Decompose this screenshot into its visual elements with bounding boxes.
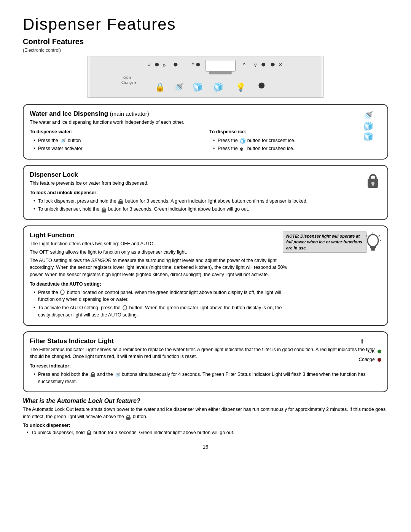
ok-label: OK (359, 348, 381, 356)
control-features-title: Control Features (23, 37, 388, 46)
svg-text:^: ^ (243, 62, 245, 68)
water-col-label: To dispense water: (30, 128, 202, 136)
unlock-dispenser-label: To unlock dispenser: (23, 423, 388, 428)
svg-text:🚿: 🚿 (115, 372, 120, 377)
svg-point-21 (258, 83, 264, 89)
svg-text:💡: 💡 (236, 82, 246, 92)
light-function-note: NOTE: Dispenser light will operate at fu… (283, 232, 366, 253)
filter-status-box: ⬆ OK Change Filter Status Indicator Ligh… (23, 331, 388, 393)
lock-bullet-1: To lock dispenser, press and hold the bu… (33, 198, 381, 205)
control-panel-image: ^ ^ v ✕ ✓ ⚙ OK ● Change ● 🔒 🚿 🧊 🧊 💡 (23, 56, 388, 98)
light-intro3: The AUTO setting allows the SENSOR to me… (30, 257, 290, 278)
svg-rect-12 (206, 60, 236, 71)
svg-point-3 (196, 63, 200, 67)
svg-text:🚿: 🚿 (363, 110, 374, 121)
dispenser-lock-bullets: To lock dispenser, press and hold the bu… (30, 198, 381, 213)
svg-point-2 (174, 63, 178, 67)
filter-water-icon: 🚿 (114, 371, 120, 377)
filter-status-body: The Filter Status Indicator Light serves… (30, 346, 381, 385)
water-ice-title: Water and Ice Dispensing (main activator… (30, 110, 381, 118)
svg-rect-37 (370, 246, 376, 248)
svg-text:🧊: 🧊 (193, 82, 203, 92)
water-ice-intro: The water and ice dispensing functions w… (30, 119, 381, 126)
light-function-box: Light Function NOTE: Dispenser light wil… (23, 225, 388, 326)
svg-line-42 (379, 235, 380, 236)
light-function-content: Light Function NOTE: Dispenser light wil… (30, 232, 381, 319)
water-ice-body: The water and ice dispensing functions w… (30, 119, 381, 153)
svg-rect-39 (371, 249, 375, 251)
light-function-title: Light Function (30, 232, 290, 239)
svg-text:OK ●: OK ● (123, 76, 131, 80)
water-bullet-2: Press water activator (33, 145, 202, 152)
svg-rect-31 (372, 183, 374, 186)
svg-text:🔒: 🔒 (155, 82, 165, 92)
lock-icon-inline2 (101, 206, 107, 212)
svg-rect-38 (371, 248, 375, 249)
light-function-icon (365, 232, 381, 256)
ice-bullet-1: Press the 🧊 button for crescent ice. (213, 137, 381, 144)
page-number: 16 (23, 444, 388, 450)
light-intro1: The Light function offers offers two set… (30, 240, 290, 248)
light-intro2: The OFF setting allows the light to func… (30, 249, 290, 256)
ice-col-label: To dispense ice: (209, 128, 381, 136)
svg-text:🚿: 🚿 (60, 138, 66, 144)
svg-point-1 (155, 63, 159, 67)
crescent-icon: 🧊 (239, 137, 246, 144)
auto-lock-intro: The Automatic Lock Out feature shuts dow… (23, 406, 388, 420)
ice-col: To dispense ice: Press the 🧊 button for … (209, 128, 381, 153)
svg-text:✕: ✕ (278, 62, 283, 68)
auto-lock-bullets: To unlock dispenser, hold button for 3 s… (23, 429, 388, 436)
svg-text:🧊: 🧊 (213, 82, 223, 92)
svg-rect-13 (209, 71, 232, 74)
change-label: Change (359, 356, 381, 364)
svg-point-45 (61, 290, 64, 294)
filter-bullet-1: Press and hold both the and the 🚿 button… (33, 371, 381, 385)
svg-text:^: ^ (192, 62, 194, 68)
light-bullet-2: To activate the AUTO setting, press the … (33, 304, 290, 319)
ice-bullet-2: Press the ❄ button for crushed ice. (213, 145, 381, 152)
page-title: Dispenser Features (23, 15, 388, 34)
water-col: To dispense water: Press the 🚿 button Pr… (30, 128, 202, 153)
water-ice-box: 🚿 🧊 🧊 Water and Ice Dispensing (main act… (23, 104, 388, 160)
filter-status-labels: OK Change (359, 348, 381, 364)
dispenser-lock-icon (365, 171, 381, 191)
reset-label: To reset indicator: (30, 363, 381, 370)
filter-status-title: Filter Status Indicator Light (30, 337, 381, 345)
deactivate-label: To deactivate the AUTO setting: (30, 281, 290, 288)
water-bullets: Press the 🚿 button Press water activator (30, 137, 202, 153)
svg-point-47 (123, 305, 127, 310)
control-panel-svg: ^ ^ v ✕ ✓ ⚙ OK ● Change ● 🔒 🚿 🧊 🧊 💡 (88, 56, 323, 98)
dispenser-lock-title: Dispenser Lock (30, 171, 381, 179)
auto-lock-icon (125, 414, 131, 420)
filter-lock-icon (90, 371, 96, 377)
auto-lock-btn-icon (86, 430, 92, 436)
light-function-body: The Light function offers offers two set… (30, 240, 290, 319)
auto-lock-bullet-1: To unlock dispenser, hold button for 3 s… (27, 429, 388, 436)
svg-rect-46 (61, 294, 64, 295)
svg-text:✓: ✓ (148, 62, 151, 67)
svg-text:🚿: 🚿 (174, 82, 184, 92)
ice-bullets: Press the 🧊 button for crescent ice. Pre… (209, 137, 381, 153)
auto-lock-title: What is the Automatic Lock Out feature? (23, 398, 388, 404)
light-function-bullets: Press the button located on control pane… (30, 289, 290, 319)
lock-unlock-label: To lock and unlock dispenser: (30, 189, 381, 197)
lock-bullet-2: To unlock dispenser, hold the button for… (33, 206, 381, 213)
svg-text:❄: ❄ (239, 146, 244, 152)
light-bullet-1: Press the button located on control pane… (33, 289, 290, 304)
crushed-icon: ❄ (239, 145, 246, 152)
svg-point-8 (271, 63, 275, 67)
water-ice-columns: To dispense water: Press the 🚿 button Pr… (30, 128, 381, 153)
svg-point-7 (261, 63, 265, 67)
ok-dot (378, 350, 381, 353)
filter-status-bullets: Press and hold both the and the 🚿 button… (30, 371, 381, 385)
water-button-icon: 🚿 (59, 137, 66, 144)
control-features-subtitle: (Electronic control) (23, 48, 388, 53)
svg-text:Change ●: Change ● (121, 81, 136, 85)
light-btn-icon1 (59, 289, 65, 296)
svg-point-36 (368, 235, 378, 247)
dispenser-lock-body: This feature prevents ice or water from … (30, 180, 381, 213)
change-dot (378, 358, 381, 362)
svg-text:🧊: 🧊 (363, 121, 374, 131)
dispenser-lock-intro: This feature prevents ice or water from … (30, 180, 381, 187)
svg-text:🧊: 🧊 (239, 138, 246, 144)
